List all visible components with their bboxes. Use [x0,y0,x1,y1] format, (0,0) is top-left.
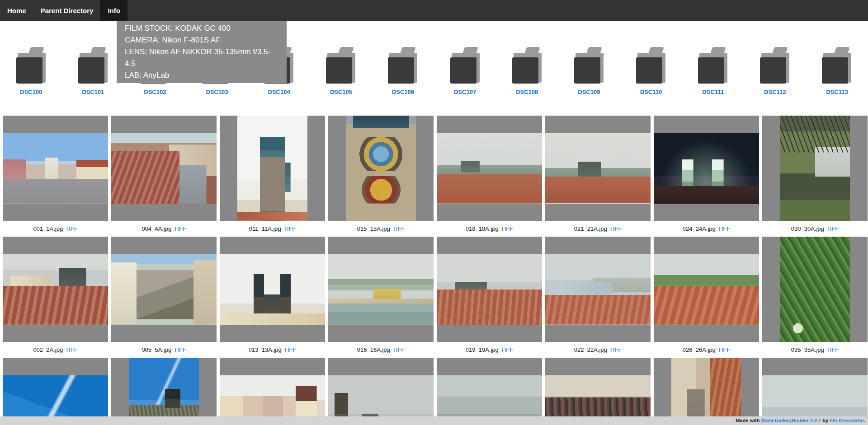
nav-menu-item[interactable]: Home [0,0,33,21]
folder-label[interactable]: DSC106 [392,89,414,95]
photo-image[interactable] [3,133,108,204]
photo-image[interactable] [220,254,325,325]
folder-link[interactable]: DSC110 [620,47,682,96]
folder-label[interactable]: DSC108 [516,89,538,95]
folder-link[interactable]: DSC100 [0,47,62,96]
tiff-link[interactable]: TIFF [826,346,839,353]
photo-image[interactable] [654,254,759,325]
folder-link[interactable]: DSC111 [682,47,744,96]
folder-icon[interactable] [450,47,480,84]
photo-image[interactable] [328,254,434,325]
folder-icon[interactable] [78,47,108,84]
folder-link[interactable]: DSC113 [806,47,868,96]
photo-image[interactable] [437,254,542,325]
folder-icon[interactable] [512,47,542,84]
tiff-link[interactable]: TIFF [718,346,730,353]
photo-image[interactable] [346,116,416,221]
folder-link[interactable]: DSC108 [496,47,558,96]
photo-thumbnail[interactable] [111,237,217,342]
tiff-link[interactable]: TIFF [718,225,730,232]
photo-image[interactable] [237,116,307,221]
folder-label[interactable]: DSC100 [20,89,42,95]
photo-image[interactable] [3,254,108,325]
folder-label[interactable]: DSC113 [826,89,848,95]
photo-image[interactable] [545,133,651,204]
folder-label[interactable]: DSC105 [330,89,352,95]
folder-icon[interactable] [698,47,728,84]
photo-thumbnail[interactable] [762,237,868,342]
photo-thumbnail[interactable] [762,116,868,221]
photo-thumbnail[interactable] [3,237,108,342]
photo-thumbnail[interactable] [762,358,868,425]
tiff-link[interactable]: TIFF [392,346,405,353]
folder-link[interactable]: DSC107 [434,47,496,96]
photo-image[interactable] [780,237,850,342]
tiff-link[interactable]: TIFF [392,225,405,232]
photo-image[interactable] [129,358,199,425]
folder-link[interactable]: DSC106 [372,47,434,96]
folder-icon[interactable] [326,47,356,84]
author-link[interactable]: Flo Greistorfer [830,418,864,423]
tiff-link[interactable]: TIFF [609,225,622,232]
photo-thumbnail[interactable] [220,237,325,342]
photo-thumbnail[interactable] [3,358,108,425]
photo-image[interactable] [111,133,217,204]
builder-link[interactable]: StaticGalleryBuilder 2.2.7 [761,418,821,423]
photo-thumbnail[interactable] [545,358,651,425]
tiff-link[interactable]: TIFF [284,346,296,353]
folder-label[interactable]: DSC112 [764,89,786,95]
photo-thumbnail[interactable] [654,237,759,342]
photo-thumbnail[interactable] [654,116,759,221]
photo-image[interactable] [780,116,850,221]
folder-icon[interactable] [760,47,790,84]
tiff-link[interactable]: TIFF [501,225,513,232]
tiff-link[interactable]: TIFF [283,225,296,232]
folder-link[interactable]: DSC112 [744,47,806,96]
photo-thumbnail[interactable] [654,358,759,425]
photo-thumbnail[interactable] [328,358,434,425]
folder-label[interactable]: DSC110 [640,89,662,95]
photo-caption: 013_13A.jpgTIFF [220,346,325,354]
folder-icon[interactable] [388,47,418,84]
tiff-link[interactable]: TIFF [65,346,77,353]
folder-label[interactable]: DSC107 [454,89,476,95]
folder-link[interactable]: DSC101 [62,47,124,96]
tiff-link[interactable]: TIFF [174,225,186,232]
folder-label[interactable]: DSC101 [82,89,104,95]
photo-thumbnail[interactable] [3,116,108,221]
folder-label[interactable]: DSC104 [268,89,290,95]
nav-menu-item[interactable]: Parent Directory [33,0,101,21]
photo-image[interactable] [111,254,217,325]
photo-thumbnail[interactable] [220,358,325,425]
folder-icon[interactable] [636,47,666,84]
photo-image[interactable] [654,133,759,204]
photo-thumbnail[interactable] [545,116,651,221]
photo-thumbnail[interactable] [328,116,434,221]
photo-image[interactable] [671,358,741,425]
photo-image[interactable] [437,133,542,204]
nav-menu-item[interactable]: Info [100,0,127,21]
folder-icon[interactable] [574,47,604,84]
photo-thumbnail[interactable] [545,237,651,342]
folder-label[interactable]: DSC102 [144,89,166,95]
folder-link[interactable]: DSC105 [310,47,372,96]
photo-thumbnail[interactable] [328,237,434,342]
photo-thumbnail[interactable] [437,358,542,425]
tiff-link[interactable]: TIFF [65,225,77,232]
tiff-link[interactable]: TIFF [609,346,622,353]
tiff-link[interactable]: TIFF [826,225,839,232]
folder-label[interactable]: DSC103 [206,89,228,95]
folder-link[interactable]: DSC109 [558,47,620,96]
photo-thumbnail[interactable] [111,116,217,221]
tiff-link[interactable]: TIFF [174,346,186,353]
photo-thumbnail[interactable] [111,358,217,425]
photo-image[interactable] [545,254,651,325]
photo-thumbnail[interactable] [437,116,542,221]
folder-label[interactable]: DSC109 [578,89,600,95]
photo-thumbnail[interactable] [220,116,325,221]
photo-thumbnail[interactable] [437,237,542,342]
tiff-link[interactable]: TIFF [501,346,513,353]
folder-icon[interactable] [16,47,46,84]
folder-label[interactable]: DSC111 [702,89,724,95]
folder-icon[interactable] [822,47,852,84]
